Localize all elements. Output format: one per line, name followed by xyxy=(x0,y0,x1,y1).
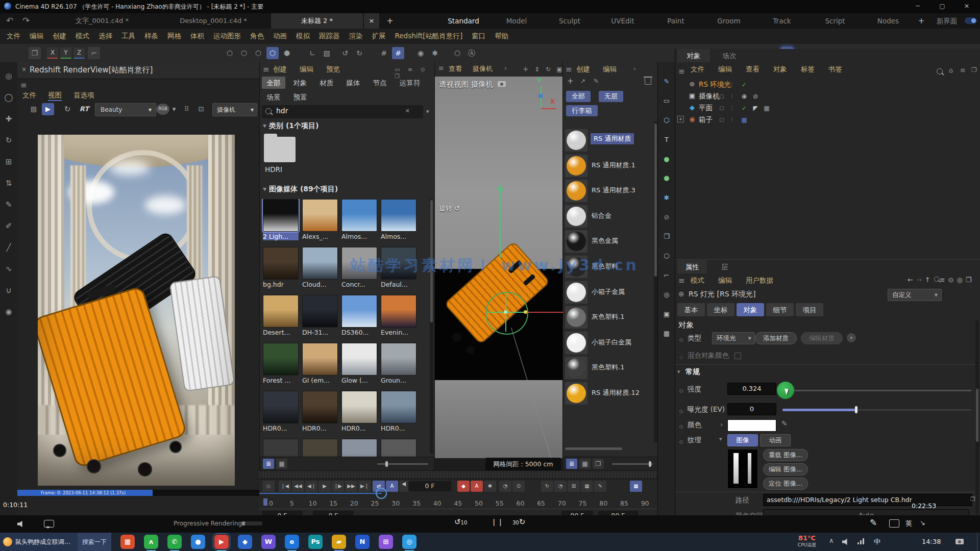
target-badge-icon[interactable]: ⊕ xyxy=(740,92,749,101)
ruler-tick[interactable]: 0 xyxy=(263,499,279,507)
sphere-add-icon[interactable]: ● xyxy=(660,153,673,165)
attr-tab-button-细节[interactable]: 细节 xyxy=(766,303,794,316)
asset-item[interactable] xyxy=(263,439,299,457)
exposure-field[interactable]: 0 xyxy=(727,403,776,415)
ab-tab-材质[interactable]: 材质 xyxy=(315,77,338,89)
attr-menu-用户数据[interactable]: 用户数据 xyxy=(746,276,773,285)
visibility-dots-icon[interactable]: ⋮ xyxy=(727,92,737,101)
grid-icon[interactable]: # xyxy=(378,47,390,59)
menu-窗口[interactable]: 窗口 xyxy=(467,29,490,43)
camera-icon[interactable]: ▣ xyxy=(660,308,673,320)
brush-tool-icon[interactable]: ✐ xyxy=(2,219,15,233)
attr-tab-button-项目[interactable]: 项目 xyxy=(796,303,823,316)
ab-tab-媒体[interactable]: 媒体 xyxy=(341,77,365,89)
menu-体积[interactable]: 体积 xyxy=(186,29,209,43)
menu-角色[interactable]: 角色 xyxy=(246,29,268,43)
path-field[interactable]: assetdb:///HDRIs/Legacy/2 Light setup CB… xyxy=(763,494,972,506)
asset-item[interactable]: Almos... xyxy=(341,199,377,240)
menu-工具[interactable]: 工具 xyxy=(117,29,140,43)
input-lang-indicator[interactable]: 中 xyxy=(874,537,880,546)
taskbar-app-1[interactable]: ʌ xyxy=(144,535,158,549)
material-scrollbar[interactable] xyxy=(654,121,657,443)
material-hscroll[interactable] xyxy=(565,447,622,450)
menu-渲染[interactable]: 渲染 xyxy=(345,29,368,43)
asset-item[interactable]: Desert... xyxy=(263,295,299,336)
menu-创建[interactable]: 创建 xyxy=(48,29,71,43)
om-menu-书签[interactable]: 书签 xyxy=(828,65,842,74)
ruler-tick[interactable]: 45 xyxy=(450,499,465,507)
edit-material-button[interactable]: 编辑材质 xyxy=(801,332,843,344)
menu-文件[interactable]: 文件 xyxy=(2,29,25,43)
assign-material-icon[interactable]: ↗ xyxy=(580,78,585,85)
material-filter-全部[interactable]: 全部 xyxy=(566,91,591,102)
asset-item[interactable]: 2 Ligh... xyxy=(263,199,299,240)
object-tree-row[interactable]: ⊕RS 环境光▢⋮✓ xyxy=(675,79,890,90)
asset-item[interactable]: HDR0... xyxy=(341,391,377,432)
object-name[interactable]: 摄像机 xyxy=(699,92,720,101)
menu-跟踪器[interactable]: 跟踪器 xyxy=(314,29,345,43)
orbit-icon[interactable]: ↻ xyxy=(543,64,553,74)
layer-toggle-icon[interactable]: ▢ xyxy=(717,115,726,124)
menu-选择[interactable]: 选择 xyxy=(94,29,117,43)
light-axis-arrow[interactable] xyxy=(500,186,501,259)
material-item[interactable]: 黑色塑料.1 xyxy=(563,356,658,381)
taskbar-app-9[interactable]: ▰ xyxy=(332,535,346,549)
menu-Redshift[站酷肖意行][interactable]: Redshift[站酷肖意行] xyxy=(390,29,468,43)
asset-item[interactable]: DH-31... xyxy=(302,295,338,336)
thumbnail-size-slider[interactable] xyxy=(377,463,428,465)
clear-search-icon[interactable]: ✕ xyxy=(405,108,410,114)
axis-tool-icon[interactable]: ⇅ xyxy=(2,177,15,190)
folder-icon[interactable] xyxy=(264,137,296,162)
rv-menu-首选项[interactable]: 首选项 xyxy=(74,91,94,100)
ab-tab-对象[interactable]: 对象 xyxy=(288,77,312,89)
menu-样条[interactable]: 样条 xyxy=(140,29,163,43)
intensity-field[interactable]: 0.324 xyxy=(727,383,776,395)
ruler-tick[interactable]: 35 xyxy=(409,499,424,507)
mat-size-slider[interactable] xyxy=(612,463,653,465)
rv-menu-视图[interactable]: 视图 xyxy=(48,91,62,101)
material-item[interactable]: 铝合金 xyxy=(563,205,658,229)
cube-icon[interactable]: ⬡ xyxy=(660,114,673,127)
chat-icon[interactable] xyxy=(44,520,54,528)
ruler-tick[interactable]: 15 xyxy=(326,499,341,507)
minimize-button[interactable]: ─ xyxy=(906,0,929,12)
material-item[interactable]: 黑色金属 xyxy=(563,230,658,254)
material-item[interactable]: RS 通用材质.1 xyxy=(563,154,658,179)
next-key-button[interactable]: ▶▶ xyxy=(345,481,357,492)
asset-item[interactable]: Alexs_... xyxy=(302,199,338,240)
axis-z-button[interactable]: Z xyxy=(74,47,85,59)
material-item[interactable]: 灰色塑料.1 xyxy=(563,306,658,330)
ab-tab-运算符[interactable]: 运算符 xyxy=(395,77,425,89)
rotation-gizmo-ring[interactable] xyxy=(485,292,528,335)
om-menu-查看[interactable]: 查看 xyxy=(746,65,760,74)
save-image-icon[interactable]: ▤ xyxy=(28,103,40,115)
record-button[interactable]: ◆ xyxy=(457,481,470,492)
document-tab[interactable]: 未标题 2 * xyxy=(271,13,363,29)
live-selection-tool-icon[interactable]: ◯ xyxy=(2,91,15,104)
asset-item[interactable]: Glow (... xyxy=(341,343,377,384)
layout-tab-standard[interactable]: Standard xyxy=(437,13,490,30)
ab-tab-全部[interactable]: 全部 xyxy=(262,77,285,89)
cycle-icon[interactable]: ↻ xyxy=(541,481,553,492)
layout-tab-nodes[interactable]: Nodes xyxy=(862,13,915,29)
layout-tab-script[interactable]: Script xyxy=(808,13,862,29)
tag-badge-icon[interactable]: ◤ xyxy=(751,104,760,113)
ruler-tick[interactable]: 30 xyxy=(388,499,403,507)
texture-caret-icon[interactable]: ▾ xyxy=(719,436,722,442)
ab-menu-预览[interactable]: 预览 xyxy=(326,65,340,74)
layers-icon[interactable]: ❐ xyxy=(660,231,673,243)
rewind-10-button[interactable]: ↺10 xyxy=(454,517,467,527)
animation-button[interactable]: 动画 xyxy=(760,434,791,446)
material-menu-icon[interactable]: ≡ xyxy=(566,65,572,74)
keys-icon[interactable]: ▦ xyxy=(581,481,593,492)
asset-item[interactable]: HDR0... xyxy=(381,391,416,432)
ab-tab-节点[interactable]: 节点 xyxy=(368,77,391,89)
renderview-close-icon[interactable]: × xyxy=(21,66,27,73)
knife-tool-icon[interactable]: ╱ xyxy=(2,241,15,254)
layout-tab-sculpt[interactable]: Sculpt xyxy=(543,13,596,29)
axis-y-button[interactable]: Y xyxy=(60,47,71,59)
layout-tab-track[interactable]: Track xyxy=(755,13,808,29)
mat-menu-创建[interactable]: 创建 xyxy=(576,65,590,74)
om-menu-文件[interactable]: 文件 xyxy=(691,65,704,74)
layout-tab-model[interactable]: Model xyxy=(490,13,543,29)
